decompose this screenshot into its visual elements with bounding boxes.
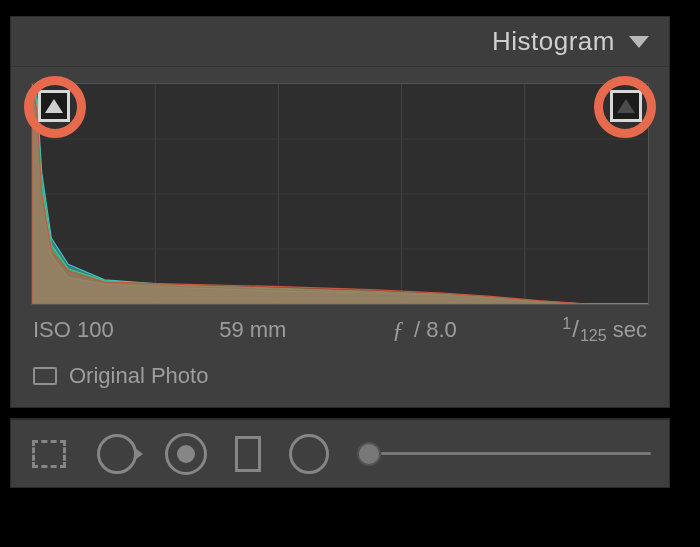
histogram-panel: Histogram ISO 100 59 mm ƒ / 8.0 1/125 se…	[10, 16, 670, 408]
triangle-up-icon	[45, 99, 63, 113]
app-root: Histogram ISO 100 59 mm ƒ / 8.0 1/125 se…	[0, 0, 700, 547]
exif-shutter: 1/125 sec	[562, 315, 647, 345]
rectangle-icon	[235, 436, 261, 472]
tool-strip	[10, 418, 670, 488]
spot-removal-tool[interactable]	[97, 434, 137, 474]
slider-track	[381, 452, 651, 455]
adjustment-brush-slider[interactable]	[357, 442, 651, 466]
slider-knob-icon	[357, 442, 381, 466]
triangle-up-icon	[617, 99, 635, 113]
exif-aperture: ƒ / 8.0	[392, 316, 457, 343]
exif-focal-length: 59 mm	[219, 317, 286, 343]
histogram-chart[interactable]	[31, 83, 649, 305]
graduated-filter-tool[interactable]	[235, 436, 261, 472]
original-photo-label: Original Photo	[69, 363, 208, 389]
circle-arrow-icon	[97, 434, 137, 474]
redeye-tool[interactable]	[165, 433, 207, 475]
histogram-svg	[32, 84, 648, 304]
circle-icon	[289, 434, 329, 474]
highlight-clipping-toggle[interactable]	[610, 90, 642, 122]
exif-row: ISO 100 59 mm ƒ / 8.0 1/125 sec	[11, 305, 669, 345]
panel-header: Histogram	[11, 17, 669, 67]
eye-icon	[165, 433, 207, 475]
panel-title: Histogram	[492, 26, 615, 57]
original-photo-checkbox[interactable]	[33, 367, 57, 385]
original-photo-row: Original Photo	[11, 345, 669, 407]
crop-icon	[29, 437, 69, 471]
f-stop-icon: ƒ	[392, 316, 404, 342]
disclosure-triangle-icon[interactable]	[629, 36, 649, 48]
shadow-clipping-toggle[interactable]	[38, 90, 70, 122]
radial-filter-tool[interactable]	[289, 434, 329, 474]
crop-tool[interactable]	[29, 437, 69, 471]
exif-iso: ISO 100	[33, 317, 114, 343]
